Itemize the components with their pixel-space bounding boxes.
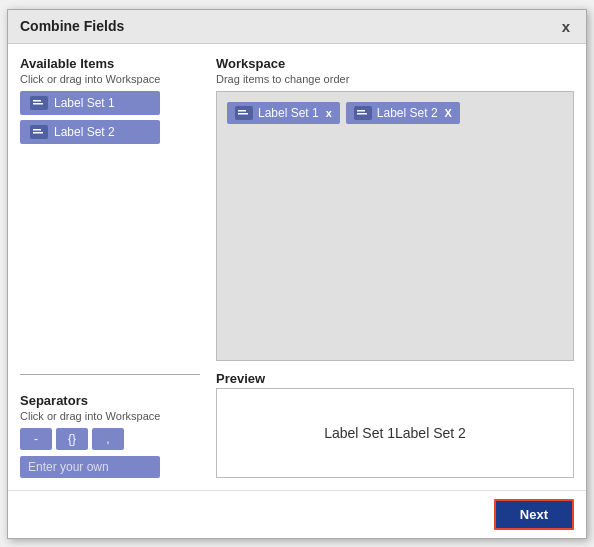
workspace-section: Workspace Drag items to change order Lab… (216, 56, 574, 361)
separator-braces-btn[interactable]: {} (56, 428, 88, 450)
workspace-sub: Drag items to change order (216, 73, 574, 85)
available-items-section: Available Items Click or drag into Works… (20, 56, 200, 144)
svg-rect-4 (33, 129, 41, 131)
preview-text: Label Set 1Label Set 2 (324, 425, 466, 441)
separator-comma-btn[interactable]: , (92, 428, 124, 450)
workspace-box[interactable]: Label Set 1 x Label Set 2 X (216, 91, 574, 361)
available-item2-label: Label Set 2 (54, 125, 115, 139)
separator-custom-input[interactable] (20, 456, 160, 478)
workspace-chip-labelset1[interactable]: Label Set 1 x (227, 102, 340, 124)
dialog-header: Combine Fields x (8, 10, 586, 44)
separators-sub: Click or drag into Workspace (20, 410, 200, 422)
available-item-labelset1[interactable]: Label Set 1 (20, 91, 160, 115)
available-item-labelset2[interactable]: Label Set 2 (20, 120, 160, 144)
chip1-icon (235, 106, 253, 120)
left-panel: Available Items Click or drag into Works… (20, 56, 200, 478)
available-item1-label: Label Set 1 (54, 96, 115, 110)
right-panel: Workspace Drag items to change order Lab… (216, 56, 574, 478)
svg-rect-10 (357, 110, 365, 112)
preview-section: Preview Label Set 1Label Set 2 (216, 371, 574, 478)
separator-dash-btn[interactable]: - (20, 428, 52, 450)
dialog-body: Available Items Click or drag into Works… (8, 44, 586, 490)
svg-rect-11 (357, 113, 367, 115)
svg-rect-1 (33, 100, 41, 102)
workspace-chip-labelset2[interactable]: Label Set 2 X (346, 102, 460, 124)
chip2-close[interactable]: X (445, 107, 452, 119)
svg-rect-7 (238, 110, 246, 112)
close-button[interactable]: x (558, 18, 574, 35)
available-items-sub: Click or drag into Workspace (20, 73, 200, 85)
separators-title: Separators (20, 393, 200, 408)
next-button[interactable]: Next (494, 499, 574, 530)
dialog-footer: Next (8, 490, 586, 538)
labelset1-icon (30, 96, 48, 110)
preview-title: Preview (216, 371, 574, 386)
svg-rect-8 (238, 113, 248, 115)
workspace-title: Workspace (216, 56, 574, 71)
dialog-title: Combine Fields (20, 18, 124, 34)
separator-buttons-row: - {} , (20, 428, 200, 450)
combine-fields-dialog: Combine Fields x Available Items Click o… (7, 9, 587, 539)
chip2-label: Label Set 2 (377, 106, 438, 120)
separators-section: Separators Click or drag into Workspace … (20, 393, 200, 478)
preview-box: Label Set 1Label Set 2 (216, 388, 574, 478)
divider (20, 374, 200, 375)
chip1-close[interactable]: x (326, 107, 332, 119)
svg-rect-2 (33, 103, 43, 105)
labelset2-icon (30, 125, 48, 139)
chip1-label: Label Set 1 (258, 106, 319, 120)
svg-rect-5 (33, 132, 43, 134)
chip2-icon (354, 106, 372, 120)
available-items-title: Available Items (20, 56, 200, 71)
